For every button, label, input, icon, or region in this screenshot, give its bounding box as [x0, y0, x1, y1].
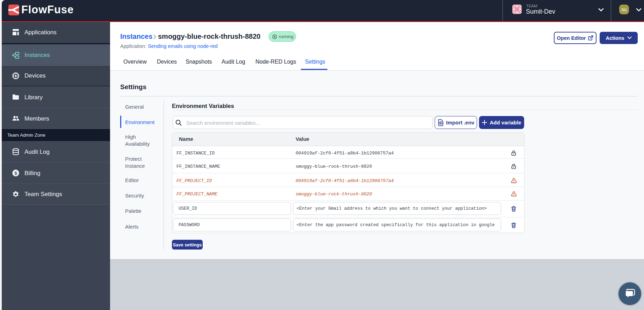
svg-text:$: $: [14, 171, 17, 176]
